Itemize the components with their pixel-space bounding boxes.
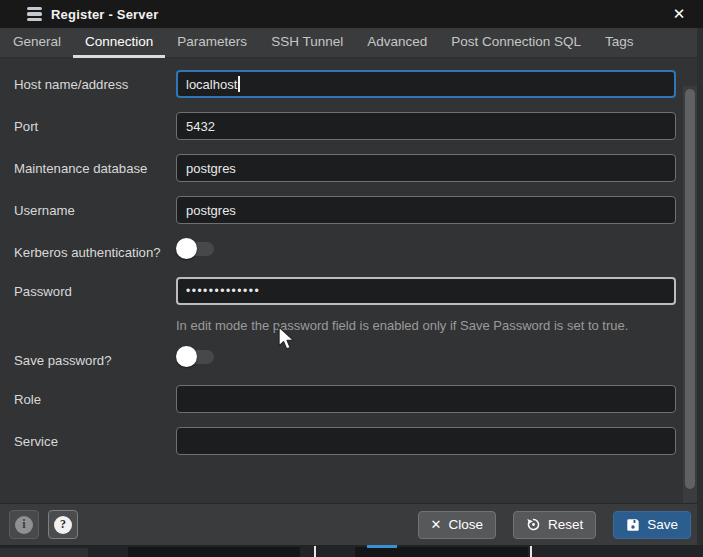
close-button[interactable]: ✕ Close (418, 511, 496, 539)
maintenance-db-label: Maintenance database (14, 154, 176, 182)
service-row: Service (14, 427, 697, 455)
username-value: postgres (186, 203, 236, 218)
password-row: Password ••••••••••••• In edit mode the … (14, 277, 697, 338)
role-input[interactable] (176, 385, 676, 413)
save-button[interactable]: Save (613, 511, 691, 539)
tab-connection[interactable]: Connection (73, 28, 165, 58)
role-row: Role (14, 385, 697, 413)
tab-tags[interactable]: Tags (593, 28, 646, 58)
scrollbar-thumb[interactable] (685, 89, 695, 489)
password-help-text: In edit mode the password field is enabl… (176, 313, 676, 338)
help-icon: ? (54, 516, 72, 534)
dialog-title: Register - Server (51, 7, 158, 22)
maintenance-db-value: postgres (186, 161, 236, 176)
save-password-row: Save password? (14, 346, 697, 371)
username-label: Username (14, 196, 176, 224)
toggle-knob (176, 346, 197, 367)
save-button-label: Save (647, 517, 678, 532)
service-label: Service (14, 427, 176, 455)
reset-button[interactable]: Reset (513, 511, 596, 539)
host-value: localhost (186, 77, 237, 92)
dialog-tabbar: General Connection Parameters SSH Tunnel… (0, 28, 697, 58)
host-label: Host name/address (14, 70, 176, 98)
save-password-label: Save password? (14, 346, 176, 371)
port-value: 5432 (186, 119, 215, 134)
text-caret (238, 76, 240, 92)
tab-ssh-tunnel[interactable]: SSH Tunnel (259, 28, 355, 58)
close-x-icon: ✕ (431, 517, 442, 532)
reset-icon (526, 517, 541, 532)
info-button[interactable]: i (9, 510, 39, 539)
toggle-knob (176, 238, 197, 259)
vertical-scrollbar[interactable] (683, 86, 697, 531)
background-app-right-sliver (697, 28, 703, 545)
password-value: ••••••••••••• (186, 284, 260, 298)
password-input[interactable]: ••••••••••••• (176, 277, 676, 305)
tab-general[interactable]: General (1, 28, 73, 58)
tab-post-connection-sql[interactable]: Post Connection SQL (439, 28, 593, 58)
port-label: Port (14, 112, 176, 140)
close-icon[interactable]: ✕ (667, 0, 691, 28)
dialog-footer: i ? ✕ Close Reset (0, 503, 697, 545)
username-input[interactable]: postgres (176, 196, 676, 224)
tab-parameters[interactable]: Parameters (165, 28, 259, 58)
username-row: Username postgres (14, 196, 697, 224)
maintenance-db-input[interactable]: postgres (176, 154, 676, 182)
help-button[interactable]: ? (48, 510, 78, 539)
connection-form: Host name/address localhost Port 5432 (0, 58, 697, 502)
password-label: Password (14, 277, 176, 338)
reset-button-label: Reset (548, 517, 583, 532)
kerberos-row: Kerberos authentication? (14, 238, 697, 263)
background-app-bottom-strip (0, 545, 703, 557)
role-label: Role (14, 385, 176, 413)
tab-advanced[interactable]: Advanced (355, 28, 439, 58)
port-row: Port 5432 (14, 112, 697, 140)
host-row: Host name/address localhost (14, 70, 697, 98)
kerberos-label: Kerberos authentication? (14, 238, 176, 263)
kerberos-toggle[interactable] (176, 238, 216, 259)
service-input[interactable] (176, 427, 676, 455)
dialog-body: General Connection Parameters SSH Tunnel… (0, 28, 697, 545)
dialog-titlebar: Register - Server ✕ (0, 0, 703, 28)
server-stack-icon (27, 7, 42, 21)
register-server-dialog-screen: Register - Server ✕ General Connection P… (0, 0, 703, 557)
maintenance-db-row: Maintenance database postgres (14, 154, 697, 182)
port-input[interactable]: 5432 (176, 112, 676, 140)
save-floppy-icon (626, 518, 640, 532)
host-input[interactable]: localhost (176, 70, 676, 98)
save-password-toggle[interactable] (176, 346, 216, 367)
info-icon: i (15, 516, 33, 534)
close-button-label: Close (448, 517, 483, 532)
